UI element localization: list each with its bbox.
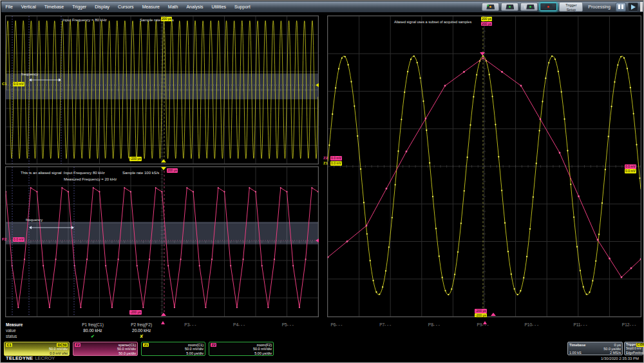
status-cross-icon: ✘	[131, 334, 152, 340]
trigger-delay-label-f2: -200 μs	[129, 310, 142, 315]
measure-label: P5- - -	[282, 322, 294, 328]
timebase-rate: 2 MS/s	[610, 351, 621, 355]
menu-item-analysis[interactable]: Analysis	[182, 5, 207, 9]
menu-item-utilities[interactable]: Utilities	[207, 5, 231, 9]
z2-tdiv: 5.00 μs/div	[211, 351, 272, 355]
trigger-position-marker-icon	[161, 321, 165, 324]
measure-column-p8[interactable]: P8- - -	[428, 322, 440, 340]
pause-icon	[618, 5, 620, 9]
annotation-sample-rate-f2: Sample rate 100 kS/s	[122, 171, 159, 175]
annotation-input-frequency-f2: Input Frequency 80 kHz	[64, 171, 105, 175]
measure-column-p3[interactable]: P3- - -	[184, 322, 196, 340]
measure-row-header: Measure	[6, 322, 23, 327]
menu-item-trigger[interactable]: Trigger	[68, 5, 91, 9]
menu-item-display[interactable]: Display	[91, 5, 114, 9]
trigger-mode-normal-button[interactable]	[501, 3, 518, 11]
measure-value: 20.00 kHz	[131, 328, 152, 334]
trigger-mode-single-button[interactable]: 1	[520, 3, 538, 11]
trigger-position-marker-icon	[483, 321, 487, 324]
measure-label: P8- - -	[428, 322, 440, 328]
channel-descriptor-c1[interactable]: C1DC50 50.0 mV/div 0.0 mV ofst	[4, 342, 70, 356]
cursor-time-flag-c1[interactable]: 200 μs	[161, 17, 172, 21]
oscilloscope-screen: FileVerticalTimebaseTriggerDisplayCursor…	[0, 0, 644, 363]
measure-label: P3- - -	[184, 322, 196, 328]
normal-scope-icon	[506, 5, 514, 10]
z2-badge: Z2	[211, 343, 216, 347]
trigger-type: Edge	[626, 351, 633, 355]
cursor-time-flag-f2[interactable]: 200 μs	[167, 168, 178, 173]
measure-label: P6- - -	[330, 322, 342, 328]
grid-panel-zoom[interactable]: Aliased signal uses a subset of acquired…	[327, 15, 641, 317]
processing-status: Processing	[588, 5, 611, 9]
trigger-position-marker-icon	[161, 159, 166, 162]
measure-value: 80.00 kHz	[82, 328, 104, 334]
trigger-mode-auto-button[interactable]	[482, 3, 499, 11]
waveform-f2	[6, 167, 318, 317]
measure-value	[233, 328, 245, 334]
waveform-c1	[6, 16, 318, 164]
trigger-delay-label-c1: -200 μs	[129, 157, 142, 161]
trigger-descriptor[interactable]: TriggerC1DC Stop0.0 mV EdgePositive	[624, 342, 643, 355]
menu-item-math[interactable]: Math	[164, 5, 182, 9]
pause-button[interactable]	[616, 3, 626, 12]
trace-level-tag-z1: 0.0 mV	[330, 161, 342, 166]
grid-panel-c1[interactable]: Input Frequency = 80 kHz Sample rate 2 M…	[5, 15, 319, 164]
zoom-delay-label-z2: -200 μs	[475, 309, 487, 313]
menu-item-cursors[interactable]: Cursors	[114, 5, 138, 9]
play-button[interactable]	[628, 3, 638, 12]
trace-descriptor-f2[interactable]: F2sparse(C1) 50.0 mV/div 50.0 μs/div	[73, 342, 138, 356]
measure-value	[330, 328, 342, 334]
measure-column-p11[interactable]: P11- - -	[573, 322, 587, 340]
trigger-setup-label-2: Setup	[560, 8, 582, 12]
status-empty	[330, 334, 342, 340]
trigger-level-marker-icon	[316, 83, 319, 87]
trace-label-f2[interactable]: F2	[2, 237, 6, 241]
measure-table: Measure value status P1 freq(C1)80.00 kH…	[1, 320, 644, 342]
measure-column-p9[interactable]: P9- - -	[477, 322, 489, 340]
brand-logo: TELEDYNELECROY	[6, 355, 55, 361]
edge-level-tag-z2: 0.0 mV	[625, 164, 636, 169]
measure-column-p12[interactable]: P12- - -	[622, 322, 636, 340]
auto-scope-icon	[486, 5, 495, 10]
zoom-time-flag-z2: 200 μs	[481, 22, 492, 26]
waveform-zoom	[328, 16, 641, 317]
measure-value	[524, 328, 538, 334]
trace-label-z2[interactable]: Z2	[323, 156, 328, 160]
measure-value	[622, 328, 636, 334]
trigger-setup-button[interactable]: Trigger Setup	[559, 2, 583, 12]
trace-label-c1[interactable]: C1	[2, 82, 7, 86]
grid-panel-f2[interactable]: This is an aliased signal : Input Freque…	[5, 166, 319, 317]
measure-column-p7[interactable]: P7- - -	[379, 322, 391, 340]
menu-item-timebase[interactable]: Timebase	[40, 5, 68, 9]
timebase-descriptor[interactable]: Timebase0 μs 50.0 μs/div 1.00 kS2 MS/s	[567, 342, 623, 355]
measure-label: P12- - -	[622, 322, 636, 328]
menu-item-vertical[interactable]: Vertical	[17, 5, 40, 9]
measure-label: P2 freq(F2)	[131, 322, 152, 328]
zoom-time-flag-z1: 200 μs	[481, 17, 492, 21]
trigger-mode-stop-button[interactable]	[540, 3, 557, 11]
measure-value	[428, 328, 440, 334]
menu-bar: FileVerticalTimebaseTriggerDisplayCursor…	[1, 1, 643, 12]
trace-label-z1[interactable]: Z1	[323, 161, 328, 165]
status-empty	[428, 334, 440, 340]
menu-item-support[interactable]: Support	[231, 5, 255, 9]
menu-item-measure[interactable]: Measure	[138, 5, 164, 9]
annotation-input-frequency: Input Frequency = 80 kHz	[62, 18, 107, 22]
clock-timestamp: 1/30/2020 2:35:33 PM	[601, 357, 639, 360]
measure-column-p6[interactable]: P6- - -	[330, 322, 342, 340]
timebase-title: Timebase	[569, 343, 585, 347]
measure-column-p1[interactable]: P1 freq(C1)80.00 kHz✔	[82, 322, 104, 340]
menu-item-file[interactable]: File	[1, 5, 17, 9]
measure-column-p2[interactable]: P2 freq(F2)20.00 kHz✘	[131, 322, 152, 340]
trigger-position-marker-icon	[161, 313, 166, 316]
trace-descriptor-z1[interactable]: Z1zoom(C1) 50.0 mV/div 5.00 μs/div	[141, 342, 205, 356]
trigger-mode-buttons: 1	[482, 3, 557, 11]
frequency-cursor-label: frequency	[21, 72, 38, 76]
c1-offset: 0.0 mV ofst	[6, 351, 68, 355]
measure-column-p5[interactable]: P5- - -	[282, 322, 294, 340]
annotation-aliased-subset: Aliased signal uses a subset of acquired…	[394, 20, 471, 24]
measure-column-p10[interactable]: P10- - -	[524, 322, 538, 340]
trace-descriptor-z2[interactable]: Z2zoom(F2) 50.0 mV/div 5.00 μs/div	[209, 342, 274, 356]
measure-column-p4[interactable]: P4- - -	[233, 322, 245, 340]
z1-tdiv: 5.00 μs/div	[143, 351, 204, 355]
